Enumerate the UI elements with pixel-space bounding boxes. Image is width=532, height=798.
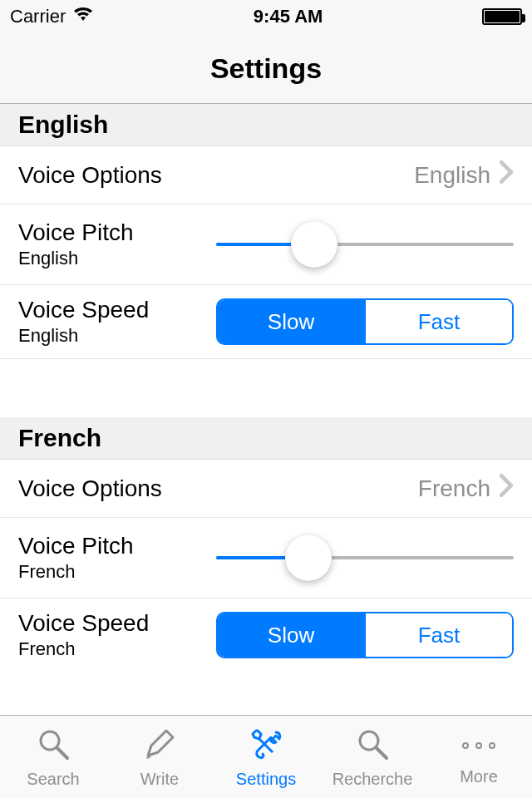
chevron-right-icon [499,474,514,503]
voice-speed-fast-button[interactable]: Fast [364,613,512,657]
voice-options-english-row[interactable]: Voice Options English [0,146,532,204]
voice-pitch-french-slider[interactable] [216,556,514,559]
battery-icon [482,8,522,25]
tab-label: More [460,767,498,786]
page-title: Settings [210,52,322,85]
voice-speed-label: Voice Speed [18,297,216,323]
tab-settings[interactable]: Settings [213,716,319,798]
tab-write[interactable]: Write [106,716,213,798]
voice-options-value: English [414,162,490,189]
tools-icon [248,726,284,766]
more-icon [462,727,495,764]
status-time: 9:45 AM [254,6,323,27]
voice-options-french-row[interactable]: Voice Options French [0,460,532,518]
tab-label: Write [140,770,179,789]
voice-options-label: Voice Options [18,162,162,189]
tab-bar: Search Write Settings Recherche More [0,715,532,798]
section-header-english: English [0,104,532,146]
pencil-icon [141,726,178,766]
tab-label: Search [27,770,79,789]
navigation-bar: Settings [0,33,532,104]
chevron-right-icon [499,160,514,190]
svg-line-3 [377,748,387,758]
svg-line-1 [57,748,67,758]
voice-speed-english-segmented[interactable]: Slow Fast [216,298,514,345]
voice-speed-fast-button[interactable]: Fast [364,300,512,343]
search-icon [35,726,71,766]
slider-thumb[interactable] [291,221,337,268]
settings-content: English Voice Options English Voice Pitc… [0,104,532,715]
voice-pitch-label: Voice Pitch [18,533,216,559]
voice-pitch-sub: French [18,561,216,583]
carrier-label: Carrier [10,6,66,27]
tab-more[interactable]: More [426,716,532,798]
tab-label: Settings [236,770,296,789]
section-header-french: French [0,417,532,460]
voice-speed-sub: French [18,638,216,660]
voice-options-value: French [418,475,490,502]
status-left: Carrier [10,6,94,27]
wifi-icon [72,6,94,27]
search-icon [354,726,391,766]
voice-pitch-english-row: Voice Pitch English [0,204,532,285]
voice-speed-label: Voice Speed [18,610,216,637]
tab-recherche[interactable]: Recherche [319,716,426,798]
voice-pitch-french-row: Voice Pitch French [0,518,532,598]
voice-pitch-english-slider[interactable] [216,243,514,246]
tab-label: Recherche [332,770,413,789]
voice-speed-french-row: Voice Speed French Slow Fast [0,598,532,672]
voice-speed-slow-button[interactable]: Slow [218,613,364,657]
voice-pitch-sub: English [18,248,216,269]
tab-search[interactable]: Search [0,716,106,798]
status-bar: Carrier 9:45 AM [0,0,532,33]
section-gap [0,359,532,417]
voice-speed-english-row: Voice Speed English Slow Fast [0,285,532,359]
voice-speed-slow-button[interactable]: Slow [218,300,364,343]
voice-options-label: Voice Options [18,475,162,502]
voice-speed-sub: English [18,325,216,347]
voice-pitch-label: Voice Pitch [18,219,216,246]
slider-thumb[interactable] [285,534,332,581]
voice-speed-french-segmented[interactable]: Slow Fast [216,612,514,658]
